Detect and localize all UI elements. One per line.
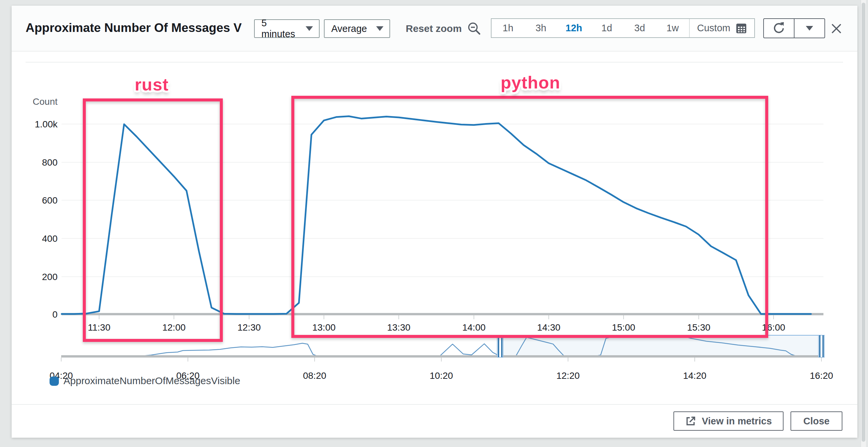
legend-label: ApproximateNumberOfMessagesVisible	[64, 375, 240, 386]
time-range-3d[interactable]: 3d	[623, 19, 656, 37]
statistic-select-value: Average	[331, 23, 367, 34]
view-in-metrics-label: View in metrics	[702, 416, 772, 427]
chevron-down-icon	[806, 26, 813, 31]
chevron-down-icon	[306, 26, 313, 31]
dialog-header: Approximate Number Of Messages Vi... 5 m…	[12, 6, 857, 52]
time-range-group: 1h 3h 12h 1d 3d 1w Custom	[491, 18, 755, 38]
brush-selection-region[interactable]	[500, 335, 822, 357]
timeline-tick-label: 12:20	[556, 370, 580, 381]
refresh-button-group	[763, 18, 825, 38]
timeline-tick-label: 16:20	[810, 370, 833, 381]
y-tick-label: 800	[42, 157, 58, 168]
y-tick-label: 400	[42, 234, 58, 244]
time-range-1d[interactable]: 1d	[590, 19, 623, 37]
close-button-label: Close	[804, 416, 830, 427]
annotation-box-rust	[83, 98, 223, 342]
refresh-options-button[interactable]	[794, 18, 825, 38]
statistic-select[interactable]: Average	[324, 19, 390, 38]
timeline-tick-label: 08:20	[303, 370, 326, 381]
y-tick-label: 600	[42, 195, 58, 206]
brush-handle-left[interactable]	[497, 335, 503, 357]
timeline-axis-ticks	[61, 358, 822, 361]
time-range-12h[interactable]: 12h	[557, 19, 590, 37]
time-range-custom[interactable]: Custom	[690, 19, 754, 37]
brush-handle-right[interactable]	[818, 335, 825, 357]
timeline-zero-axis	[61, 355, 823, 358]
page-scrollbar-thumb[interactable]	[862, 3, 865, 442]
legend-color-swatch	[50, 377, 59, 386]
time-range-1w[interactable]: 1w	[656, 19, 689, 37]
x-tick-label: 12:30	[238, 322, 261, 333]
reset-zoom-label: Reset zoom	[406, 23, 462, 34]
time-range-3h[interactable]: 3h	[524, 19, 557, 37]
dialog-close-icon-button[interactable]	[829, 21, 844, 36]
view-in-metrics-button[interactable]: View in metrics	[674, 411, 783, 431]
period-select-value: 5 minutes	[261, 18, 301, 39]
refresh-icon	[772, 22, 785, 35]
reset-zoom-button[interactable]: Reset zoom	[406, 19, 482, 38]
external-link-icon	[685, 415, 696, 427]
annotation-box-python	[291, 96, 768, 338]
chevron-down-icon	[376, 26, 383, 31]
custom-label: Custom	[697, 23, 730, 34]
refresh-button[interactable]	[763, 18, 795, 38]
footer-divider	[12, 404, 857, 405]
page-scrollbar[interactable]	[861, 0, 866, 447]
annotation-label-python: python	[500, 72, 560, 92]
annotation-label-rust: rust	[135, 74, 168, 94]
y-tick-label: 1.00k	[35, 119, 58, 129]
y-axis-title: Count	[33, 96, 58, 107]
y-tick-label: 200	[42, 272, 58, 282]
screen: { "colors": { "series_line": "#2379B9", …	[0, 0, 868, 447]
period-select[interactable]: 5 minutes	[254, 19, 319, 38]
y-tick-label: 0	[52, 309, 58, 320]
metric-dialog: Approximate Number Of Messages Vi... 5 m…	[12, 6, 857, 438]
timeline-tick-label: 10:20	[430, 370, 453, 381]
dialog-title: Approximate Number Of Messages Vi...	[26, 21, 242, 35]
close-button[interactable]: Close	[790, 411, 842, 431]
y-axis-tick-labels: 1.00k 800 600 400 200 0	[35, 119, 58, 320]
legend-item[interactable]: ApproximateNumberOfMessagesVisible	[50, 375, 240, 386]
time-range-1h[interactable]: 1h	[492, 19, 524, 37]
close-icon	[830, 22, 843, 35]
zoom-out-icon	[467, 21, 482, 36]
timeline-tick-label: 14:20	[683, 370, 706, 381]
calendar-icon	[736, 23, 747, 34]
